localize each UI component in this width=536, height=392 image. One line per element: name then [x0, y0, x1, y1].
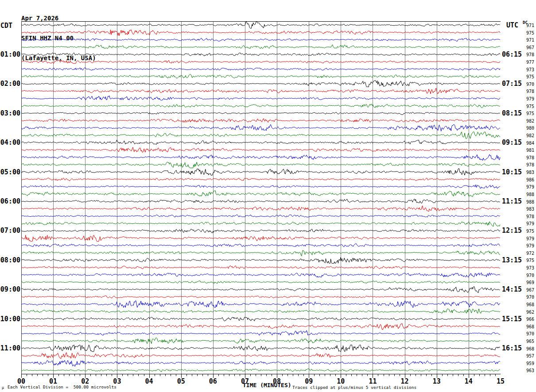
seismic-trace-row-5 [21, 60, 500, 64]
right-time-label: 08:15 [502, 110, 524, 117]
x-tick-label: 15 [493, 377, 509, 385]
dc-value: 982 [524, 119, 534, 123]
seismic-trace-row-22 [21, 184, 500, 188]
seismic-trace-row-28 [21, 229, 500, 233]
dc-value: 975 [524, 31, 534, 35]
dc-value: 971 [524, 23, 534, 28]
dc-value: 973 [524, 67, 534, 72]
right-time-label: 13:15 [502, 257, 524, 264]
seismic-trace-row-42 [21, 331, 500, 335]
dc-value: 975 [524, 229, 534, 234]
seismic-trace-row-30 [21, 244, 500, 247]
seismic-trace-row-12 [21, 112, 500, 115]
seismic-trace-row-14 [21, 124, 500, 131]
left-time-label: 11:00 [0, 345, 20, 352]
seismic-trace-row-39 [21, 309, 500, 314]
seismic-trace-row-44 [21, 345, 500, 352]
right-time-label: 07:15 [502, 80, 524, 87]
x-tick-label: 14 [461, 377, 477, 385]
right-time-label: 11:15 [502, 198, 524, 205]
dc-value: 957 [524, 354, 534, 358]
right-time-label: 16:15 [502, 345, 524, 352]
left-time-label: 04:00 [0, 139, 20, 146]
seismic-trace-row-43 [21, 338, 500, 344]
dc-value: 975 [524, 111, 534, 116]
right-time-label: 15:15 [502, 315, 524, 323]
left-time-label: 08:00 [0, 257, 20, 264]
helicorder-page: Apr 7,2026 SFIN HHZ N4 00 (Lafayette, IN… [0, 0, 536, 392]
seismic-trace-row-29 [21, 235, 500, 241]
dc-value: 970 [524, 273, 534, 278]
seismic-trace-row-4 [21, 53, 500, 56]
seismic-trace-row-23 [21, 191, 500, 197]
x-axis-title: TIME (MINUTES) [243, 382, 291, 388]
seismic-trace-row-1 [21, 30, 500, 36]
dc-value: 988 [524, 192, 534, 197]
x-tick-label: 12 [397, 377, 413, 385]
seismic-trace-row-0 [21, 22, 500, 28]
dc-value: 978 [524, 89, 534, 94]
dc-value: 975 [524, 74, 534, 79]
seismic-trace-row-38 [21, 301, 500, 307]
dc-value: 962 [524, 310, 534, 315]
x-tick-label: 10 [333, 377, 349, 385]
seismic-trace-row-3 [21, 45, 500, 49]
dc-value: 978 [524, 162, 534, 167]
seismic-trace-row-21 [21, 178, 500, 181]
seismic-trace-row-31 [21, 250, 500, 256]
dc-value: 984 [524, 141, 534, 146]
dc-value: 983 [524, 207, 534, 211]
seismic-trace-row-15 [21, 132, 500, 138]
left-time-label: 06:00 [0, 198, 20, 205]
seismic-trace-row-34 [21, 273, 500, 277]
dc-value: 988 [524, 200, 534, 204]
seismic-trace-row-35 [21, 281, 500, 283]
right-time-label: 14:15 [502, 286, 524, 293]
left-time-label: 07:00 [0, 227, 20, 234]
left-time-label: 02:00 [0, 80, 20, 87]
x-tick-label: 11 [365, 377, 381, 385]
dc-value: 975 [524, 258, 534, 263]
dc-value: 971 [524, 38, 534, 42]
x-tick-label: 06 [205, 377, 221, 385]
dc-value: 967 [524, 45, 534, 50]
dc-value: 979 [524, 96, 534, 101]
seismic-trace-row-26 [21, 215, 500, 217]
dc-value: 982 [524, 133, 534, 138]
x-tick-label: 09 [301, 377, 317, 385]
seismic-trace-row-33 [21, 265, 500, 269]
dc-value: 966 [524, 317, 534, 322]
dc-value: 979 [524, 236, 534, 241]
seismic-trace-row-13 [21, 119, 500, 123]
dc-value: 978 [524, 214, 534, 219]
micro-glyph: µ [2, 386, 4, 390]
seismic-trace-row-32 [21, 257, 500, 264]
seismic-trace-row-25 [21, 206, 500, 211]
dc-value: 968 [524, 302, 534, 307]
seismic-trace-row-20 [21, 169, 500, 175]
seismic-trace-row-45 [21, 353, 500, 359]
dc-value: 979 [524, 221, 534, 226]
seismic-trace-row-41 [21, 323, 500, 330]
x-tick-label: 05 [173, 377, 189, 385]
x-tick-label: 04 [141, 377, 157, 385]
dc-value: 967 [524, 288, 534, 292]
dc-value: 968 [524, 346, 534, 351]
dc-value: 978 [524, 52, 534, 57]
dc-value: 959 [524, 361, 534, 366]
clip-note: Traces clipped at plus/minus 5 vertical … [292, 385, 416, 390]
dc-value: 978 [524, 155, 534, 160]
left-time-label: 01:00 [0, 51, 20, 58]
vertical-scale-note: Each Vertical Division = 500.00 microvol… [8, 384, 117, 389]
dc-value: 986 [524, 177, 534, 182]
dc-value: 979 [524, 184, 534, 189]
dc-value: 981 [524, 148, 534, 153]
dc-value: 979 [524, 243, 534, 248]
dc-value: 983 [524, 170, 534, 175]
helicorder-plot [21, 21, 501, 381]
dc-value: 963 [524, 368, 534, 373]
dc-value: 972 [524, 251, 534, 256]
dc-value: 969 [524, 280, 534, 285]
right-time-label: 09:15 [502, 139, 524, 146]
left-time-label: 03:00 [0, 110, 20, 117]
